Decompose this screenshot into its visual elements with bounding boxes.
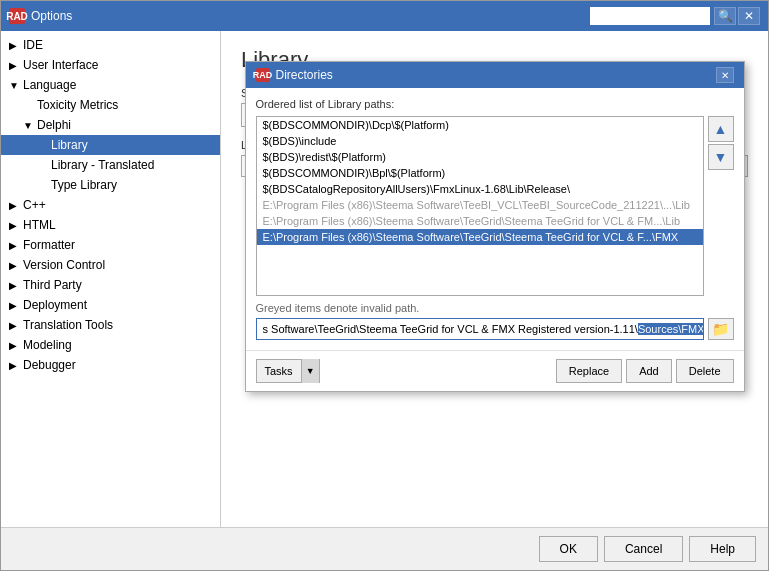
sidebar-item-translation-tools[interactable]: ▶ Translation Tools — [1, 315, 220, 335]
sidebar-item-language[interactable]: ▼ Language — [1, 75, 220, 95]
list-item[interactable]: $(BDS)\include — [257, 133, 703, 149]
sidebar-item-label: Formatter — [23, 238, 75, 252]
dialog-icon: RAD — [256, 68, 270, 82]
window-title: Options — [31, 9, 590, 23]
arrow-icon: ▼ — [9, 80, 23, 91]
sidebar-item-label: Delphi — [37, 118, 71, 132]
arrow-icon: ▶ — [9, 40, 23, 51]
sidebar-item-toxicity-metrics[interactable]: Toxicity Metrics — [1, 95, 220, 115]
options-window: RAD Options 🔍 ✕ ▶ IDE ▶ User Interface ▼… — [0, 0, 769, 571]
dialog-title-bar: RAD Directories ✕ — [246, 62, 744, 88]
sidebar-item-debugger[interactable]: ▶ Debugger — [1, 355, 220, 375]
sidebar-item-third-party[interactable]: ▶ Third Party — [1, 275, 220, 295]
list-item[interactable]: $(BDS)\redist\$(Platform) — [257, 149, 703, 165]
list-item[interactable]: $(BDSCOMMONDIR)\Dcp\$(Platform) — [257, 117, 703, 133]
bottom-buttons: OK Cancel Help — [1, 527, 768, 570]
title-search-button[interactable]: 🔍 — [714, 7, 736, 25]
list-item[interactable]: $(BDSCatalogRepositoryAllUsers)\FmxLinux… — [257, 181, 703, 197]
arrow-icon: ▶ — [9, 340, 23, 351]
sidebar-item-ide[interactable]: ▶ IDE — [1, 35, 220, 55]
ok-button[interactable]: OK — [539, 536, 598, 562]
arrow-icon: ▼ — [23, 120, 37, 131]
list-item-selected[interactable]: E:\Program Files (x86)\Steema Software\T… — [257, 229, 703, 245]
title-bar: RAD Options 🔍 ✕ — [1, 1, 768, 31]
sidebar-item-label: Third Party — [23, 278, 82, 292]
delete-button[interactable]: Delete — [676, 359, 734, 383]
directories-dialog: RAD Directories ✕ Ordered list of Librar… — [245, 61, 745, 392]
sidebar-item-label: Library — [51, 138, 88, 152]
sidebar-item-formatter[interactable]: ▶ Formatter — [1, 235, 220, 255]
sidebar-item-label: Modeling — [23, 338, 72, 352]
arrow-icon: ▶ — [9, 60, 23, 71]
title-search-input[interactable] — [590, 7, 710, 25]
dialog-body: Ordered list of Library paths: $(BDSCOMM… — [246, 88, 744, 350]
sidebar-item-modeling[interactable]: ▶ Modeling — [1, 335, 220, 355]
sidebar-item-label: Library - Translated — [51, 158, 154, 172]
sidebar-item-type-library[interactable]: Type Library — [1, 175, 220, 195]
list-item[interactable]: E:\Program Files (x86)\Steema Software\T… — [257, 213, 703, 229]
sidebar-item-label: Language — [23, 78, 76, 92]
sidebar-item-delphi[interactable]: ▼ Delphi — [1, 115, 220, 135]
sidebar-item-label: User Interface — [23, 58, 98, 72]
tasks-arrow-icon[interactable]: ▼ — [301, 359, 319, 383]
arrow-icon: ▶ — [9, 300, 23, 311]
sidebar-item-label: Type Library — [51, 178, 117, 192]
window-close-button[interactable]: ✕ — [738, 7, 760, 25]
sidebar-item-label: Translation Tools — [23, 318, 113, 332]
help-button[interactable]: Help — [689, 536, 756, 562]
dialog-actions: Tasks ▼ Replace Add Delete — [246, 350, 744, 391]
arrow-icon: ▶ — [9, 360, 23, 371]
sidebar-item-user-interface[interactable]: ▶ User Interface — [1, 55, 220, 75]
sidebar-item-library[interactable]: Library — [1, 135, 220, 155]
dialog-close-button[interactable]: ✕ — [716, 67, 734, 83]
dialog-overlay: RAD Directories ✕ Ordered list of Librar… — [221, 31, 768, 527]
tasks-button[interactable]: Tasks ▼ — [256, 359, 320, 383]
sidebar-item-version-control[interactable]: ▶ Version Control — [1, 255, 220, 275]
sidebar-item-cpp[interactable]: ▶ C++ — [1, 195, 220, 215]
list-item[interactable]: E:\Program Files (x86)\Steema Software\T… — [257, 197, 703, 213]
sidebar-item-label: Deployment — [23, 298, 87, 312]
sidebar-item-html[interactable]: ▶ HTML — [1, 215, 220, 235]
replace-button[interactable]: Replace — [556, 359, 622, 383]
arrow-icon: ▶ — [9, 200, 23, 211]
sidebar-item-label: Toxicity Metrics — [37, 98, 118, 112]
dialog-section-label: Ordered list of Library paths: — [256, 98, 734, 110]
paths-container: $(BDSCOMMONDIR)\Dcp\$(Platform) $(BDS)\i… — [256, 116, 734, 296]
tasks-label: Tasks — [257, 365, 301, 377]
main-layout: ▶ IDE ▶ User Interface ▼ Language Toxici… — [1, 31, 768, 527]
content-area: Library Selected Platform Linux 64-bit ▼… — [221, 31, 768, 527]
arrow-icon: ▶ — [9, 280, 23, 291]
edit-path-input[interactable]: s Software\TeeGrid\Steema TeeGrid for VC… — [256, 318, 704, 340]
arrow-icon: ▶ — [9, 320, 23, 331]
scrollbar-buttons: ▲ ▼ — [708, 116, 734, 296]
scroll-up-button[interactable]: ▲ — [708, 116, 734, 142]
sidebar: ▶ IDE ▶ User Interface ▼ Language Toxici… — [1, 31, 221, 527]
folder-browse-button[interactable]: 📁 — [708, 318, 734, 340]
list-item[interactable]: $(BDSCOMMONDIR)\Bpl\$(Platform) — [257, 165, 703, 181]
sidebar-item-label: Version Control — [23, 258, 105, 272]
edit-path-highlight: Sources\FMX — [638, 323, 704, 335]
sidebar-item-library-translated[interactable]: Library - Translated — [1, 155, 220, 175]
add-button[interactable]: Add — [626, 359, 672, 383]
arrow-icon: ▶ — [9, 220, 23, 231]
sidebar-item-label: Debugger — [23, 358, 76, 372]
arrow-icon: ▶ — [9, 260, 23, 271]
edit-path-row: s Software\TeeGrid\Steema TeeGrid for VC… — [256, 318, 734, 340]
sidebar-item-deployment[interactable]: ▶ Deployment — [1, 295, 220, 315]
sidebar-item-label: C++ — [23, 198, 46, 212]
paths-list[interactable]: $(BDSCOMMONDIR)\Dcp\$(Platform) $(BDS)\i… — [256, 116, 704, 296]
cancel-button[interactable]: Cancel — [604, 536, 683, 562]
app-icon: RAD — [9, 8, 25, 24]
sidebar-item-label: IDE — [23, 38, 43, 52]
invalid-hint: Greyed items denote invalid path. — [256, 302, 734, 314]
arrow-icon: ▶ — [9, 240, 23, 251]
dialog-title: Directories — [276, 68, 716, 82]
sidebar-item-label: HTML — [23, 218, 56, 232]
edit-path-prefix: s Software\TeeGrid\Steema TeeGrid for VC… — [263, 323, 638, 335]
scroll-down-button[interactable]: ▼ — [708, 144, 734, 170]
